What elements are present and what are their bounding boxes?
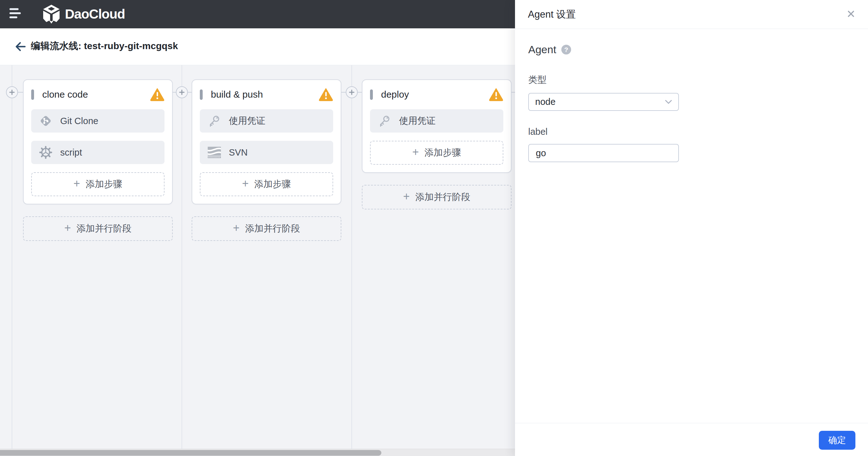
stage-card[interactable]: deploy	[362, 79, 512, 173]
agent-section-title: Agent	[528, 43, 556, 56]
stage-column-deploy: deploy	[362, 79, 512, 209]
add-step-button[interactable]: + 添加步骤	[200, 172, 333, 196]
label-input[interactable]	[528, 144, 679, 162]
step-credentials[interactable]: 使用凭证	[200, 109, 333, 133]
chevron-down-icon	[665, 100, 672, 104]
plus-icon: +	[64, 222, 71, 234]
stage-header: build & push	[200, 88, 333, 101]
step-label: 使用凭证	[229, 115, 266, 127]
drag-handle-icon[interactable]	[31, 90, 34, 100]
stage-name: clone code	[42, 89, 150, 100]
plus-icon: +	[242, 178, 249, 189]
key-icon	[207, 114, 221, 128]
column-divider	[12, 65, 12, 449]
add-parallel-label: 添加并行阶段	[415, 191, 470, 203]
step-label: SVN	[229, 148, 248, 158]
warning-triangle-icon	[150, 88, 164, 101]
stage-header: clone code	[31, 88, 164, 101]
menu-icon[interactable]	[9, 7, 22, 20]
stage-header: deploy	[370, 88, 503, 101]
svn-icon	[207, 145, 221, 159]
drawer-title: Agent 设置	[528, 8, 576, 21]
add-stage-between-icon[interactable]	[176, 86, 188, 98]
label-field-label: label	[528, 127, 855, 137]
brand-name: DaoCloud	[65, 7, 125, 22]
add-parallel-stage-button[interactable]: + 添加并行阶段	[23, 216, 173, 241]
step-label: Git Clone	[60, 116, 98, 126]
add-stage-between-icon[interactable]	[346, 86, 358, 98]
step-git-clone[interactable]: Git Clone	[31, 109, 164, 133]
type-field-label: 类型	[528, 74, 855, 86]
step-svn[interactable]: SVN	[200, 141, 333, 164]
column-divider	[182, 65, 182, 449]
stage-name: deploy	[381, 89, 489, 100]
plus-icon: +	[412, 146, 419, 158]
key-icon	[378, 114, 392, 128]
daocloud-cube-icon	[42, 4, 61, 24]
help-icon[interactable]: ?	[561, 45, 571, 55]
daocloud-logo[interactable]: DaoCloud	[42, 0, 125, 28]
git-icon	[39, 114, 53, 128]
stage-column-clone-code: clone code	[23, 79, 173, 241]
page-title: 编辑流水线: test-ruby-git-mcgqsk	[31, 40, 178, 53]
warning-triangle-icon	[489, 88, 503, 101]
drawer-footer: 确定	[515, 423, 868, 456]
agent-type-select[interactable]: node	[528, 93, 679, 111]
drag-handle-icon[interactable]	[370, 90, 373, 100]
stage-card[interactable]: clone code	[23, 79, 173, 204]
confirm-button[interactable]: 确定	[819, 431, 856, 450]
drag-handle-icon[interactable]	[200, 90, 203, 100]
add-parallel-stage-button[interactable]: + 添加并行阶段	[362, 185, 512, 209]
stage-card[interactable]: build & push	[192, 79, 341, 204]
scrollbar-thumb[interactable]	[0, 450, 381, 456]
column-divider	[351, 65, 352, 449]
stage-column-build-push: build & push	[192, 79, 341, 241]
stage-name: build & push	[211, 89, 319, 100]
plus-icon: +	[73, 178, 80, 189]
step-label: 使用凭证	[399, 115, 436, 127]
step-script[interactable]: script	[31, 141, 164, 164]
step-label: script	[60, 148, 82, 158]
drawer-body: Agent ? 类型 node label	[515, 43, 868, 162]
plus-icon: +	[233, 222, 240, 234]
app-root: DaoCloud 编辑流水线: test-ruby-git-mcgqsk	[0, 0, 868, 456]
warning-triangle-icon	[319, 88, 333, 101]
add-parallel-label: 添加并行阶段	[76, 222, 131, 235]
add-step-label: 添加步骤	[425, 146, 461, 159]
add-step-button[interactable]: + 添加步骤	[31, 172, 164, 196]
drawer-header: Agent 设置	[515, 0, 868, 29]
add-stage-before-icon[interactable]	[6, 86, 18, 98]
add-step-label: 添加步骤	[254, 178, 291, 191]
add-parallel-label: 添加并行阶段	[245, 222, 300, 235]
add-step-label: 添加步骤	[86, 178, 122, 191]
close-icon[interactable]	[845, 8, 857, 20]
plus-icon: +	[403, 191, 410, 202]
agent-type-value: node	[535, 97, 665, 107]
arrow-left-icon[interactable]	[14, 40, 27, 53]
agent-settings-drawer: Agent 设置 Agent ? 类型 node label 确定	[515, 0, 868, 456]
step-credentials[interactable]: 使用凭证	[370, 109, 503, 133]
gear-icon	[39, 145, 53, 159]
add-step-button[interactable]: + 添加步骤	[370, 141, 503, 165]
add-parallel-stage-button[interactable]: + 添加并行阶段	[192, 216, 341, 241]
agent-section-header: Agent ?	[528, 43, 855, 56]
